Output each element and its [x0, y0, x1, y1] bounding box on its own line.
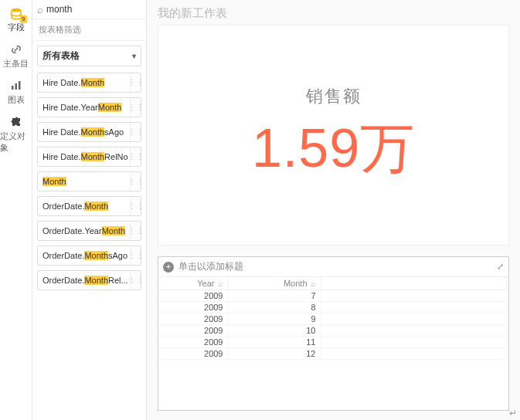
table-row[interactable]: 200911: [158, 337, 506, 348]
table-grid[interactable]: Year⌕ Month⌕ 200972009820099200910200911…: [158, 277, 508, 410]
chevron-down-icon: ▾: [132, 52, 136, 60]
drag-handle-icon[interactable]: ⋮⋮: [130, 147, 141, 166]
table-selector-label: 所有表格: [42, 49, 80, 63]
drag-handle-icon[interactable]: ⋮⋮: [130, 222, 141, 240]
barchart-icon: [9, 79, 23, 93]
svg-rect-1: [12, 86, 14, 90]
field-label: Hire Date.MonthRelNo: [38, 152, 130, 161]
svg-point-0: [12, 8, 21, 12]
field-item[interactable]: Month⋮⋮: [37, 171, 141, 191]
svg-rect-2: [15, 83, 17, 90]
col-header-year[interactable]: Year⌕: [158, 277, 228, 290]
rail-label: 定义对象: [0, 130, 32, 154]
table-title-placeholder[interactable]: 单击以添加标题: [178, 260, 243, 273]
fields-panel: ⌕ × 按表格筛选 所有表格 ▾ Hire Date.Month⋮⋮Hire D…: [32, 0, 147, 420]
table-card-header: + 单击以添加标题 ⤢: [158, 257, 508, 277]
rail-label: 图表: [8, 94, 25, 106]
drag-handle-icon[interactable]: ⋮⋮: [130, 123, 141, 141]
field-item[interactable]: OrderDate.Month⋮⋮: [37, 196, 141, 216]
search-icon: ⌕: [37, 4, 43, 15]
field-label: Month: [38, 177, 130, 186]
drag-handle-icon[interactable]: ⋮⋮: [130, 271, 141, 290]
field-item[interactable]: Hire Date.MonthsAgo⋮⋮: [37, 122, 141, 142]
table-row[interactable]: 20097: [158, 290, 506, 302]
field-item[interactable]: OrderDate.MonthsAgo⋮⋮: [37, 246, 141, 266]
field-item[interactable]: Hire Date.MonthRelNo⋮⋮: [37, 147, 141, 167]
field-label: OrderDate.Month: [38, 202, 130, 211]
field-label: Hire Date.YearMonth: [38, 103, 130, 112]
kpi-label: 销售额: [306, 85, 362, 108]
field-label: OrderDate.YearMonth: [38, 226, 130, 235]
sheet-canvas: 我的新工作表 销售额 1.59万 + 单击以添加标题 ⤢ Year⌕: [147, 0, 520, 420]
field-label: OrderDate.MonthRel...: [38, 276, 130, 285]
drag-handle-icon[interactable]: ⋮⋮: [130, 172, 141, 191]
plus-icon[interactable]: +: [163, 262, 174, 273]
drag-handle-icon[interactable]: ⋮⋮: [130, 98, 141, 117]
col-header-month[interactable]: Month⌕: [228, 277, 321, 290]
link-icon: [9, 42, 23, 56]
field-label: Hire Date.MonthsAgo: [38, 127, 130, 137]
database-icon: 9: [10, 8, 22, 20]
carriage-return-glyph: ↵: [509, 408, 517, 418]
table-row[interactable]: 20098: [158, 302, 506, 313]
table-row[interactable]: 200910: [158, 325, 506, 337]
kpi-value: 1.59万: [252, 113, 415, 185]
fullscreen-icon[interactable]: ⤢: [497, 262, 504, 272]
table-selector[interactable]: 所有表格 ▾: [37, 46, 141, 66]
puzzle-icon: [9, 115, 23, 129]
table-card[interactable]: + 单击以添加标题 ⤢ Year⌕ Month⌕: [158, 256, 509, 411]
search-row: ⌕ ×: [32, 0, 146, 19]
svg-rect-3: [19, 81, 21, 90]
col-header-empty: [321, 277, 506, 290]
field-item[interactable]: OrderDate.MonthRel...⋮⋮: [37, 270, 141, 290]
search-icon[interactable]: ⌕: [311, 279, 316, 288]
rail-item-custom[interactable]: 定义对象: [0, 112, 32, 157]
left-rail: 9 字段 主条目 图表 定义对象: [0, 0, 32, 420]
kpi-card[interactable]: 销售额 1.59万: [158, 25, 509, 246]
rail-item-master[interactable]: 主条目: [0, 39, 32, 73]
drag-handle-icon[interactable]: ⋮⋮: [130, 197, 141, 215]
field-label: Hire Date.Month: [38, 78, 130, 87]
rail-label: 主条目: [3, 58, 29, 69]
field-item[interactable]: OrderDate.YearMonth⋮⋮: [37, 221, 141, 241]
search-input[interactable]: [46, 4, 162, 15]
rail-label: 字段: [8, 22, 25, 33]
search-icon[interactable]: ⌕: [218, 279, 223, 288]
fields-count-badge: 9: [20, 15, 26, 23]
filter-hint: 按表格筛选: [32, 19, 146, 41]
field-item[interactable]: Hire Date.Month⋮⋮: [37, 73, 141, 93]
rail-item-charts[interactable]: 图表: [0, 76, 32, 109]
table-row[interactable]: 200912: [158, 348, 506, 360]
field-item[interactable]: Hire Date.YearMonth⋮⋮: [37, 97, 141, 117]
table-row[interactable]: 20099: [158, 313, 506, 325]
field-list: Hire Date.Month⋮⋮Hire Date.YearMonth⋮⋮Hi…: [32, 71, 146, 420]
sheet-title: 我的新工作表: [147, 0, 520, 21]
rail-item-fields[interactable]: 9 字段: [0, 5, 32, 36]
drag-handle-icon[interactable]: ⋮⋮: [130, 246, 141, 265]
drag-handle-icon[interactable]: ⋮⋮: [130, 73, 141, 92]
field-label: OrderDate.MonthsAgo: [38, 251, 130, 260]
